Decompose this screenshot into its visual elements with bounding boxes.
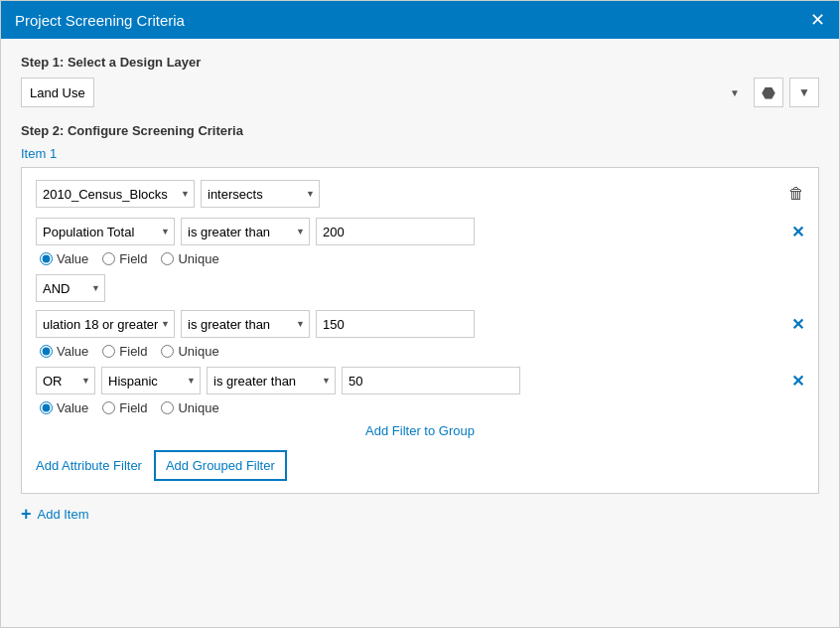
bottom-btns: Add Attribute Filter Add Grouped Filter xyxy=(36,446,804,481)
layer-row: Land Use ⬣ ▼ xyxy=(21,78,819,107)
add-grouped-filter-btn[interactable]: Add Grouped Filter xyxy=(154,450,287,481)
attr-field-wrapper-1: Population Total xyxy=(36,218,175,245)
add-item-plus-icon: + xyxy=(21,504,32,525)
dialog-header: Project Screening Criteria ✕ xyxy=(1,1,839,39)
step2-label: Step 2: Configure Screening Criteria xyxy=(21,123,819,138)
radio-value-2[interactable] xyxy=(40,345,53,358)
or-condition-select[interactable]: is greater than xyxy=(207,367,336,394)
layer-select-wrapper: Land Use xyxy=(21,78,748,107)
close-button[interactable]: ✕ xyxy=(810,11,825,29)
attr-row-2: ulation 18 or greater is greater than ✕ xyxy=(36,310,804,338)
add-filter-to-group-btn[interactable]: Add Filter to Group xyxy=(36,423,804,438)
filter-field-select[interactable]: 2010_Census_Blocks xyxy=(36,180,195,208)
or-operator-wrapper: OR xyxy=(36,367,95,394)
or-operator-select[interactable]: OR xyxy=(36,367,95,394)
project-screening-dialog: Project Screening Criteria ✕ Step 1: Sel… xyxy=(0,0,840,628)
radio-unique-label-3[interactable]: Unique xyxy=(161,400,218,415)
attr-field-wrapper-2: ulation 18 or greater xyxy=(36,310,175,338)
radio-unique-2[interactable] xyxy=(161,345,174,358)
item-box: 2010_Census_Blocks intersects 🗑 Populati… xyxy=(21,167,819,494)
attr-condition-wrapper-1: is greater than xyxy=(181,218,310,245)
logic-row: AND xyxy=(36,274,804,302)
or-field-wrapper: Hispanic xyxy=(101,367,201,394)
or-condition-wrapper: is greater than xyxy=(207,367,336,394)
attr-field-select-1[interactable]: Population Total xyxy=(36,218,175,245)
filter-condition-select[interactable]: intersects xyxy=(201,180,320,208)
radio-value-1[interactable] xyxy=(40,252,53,265)
radio-field-2[interactable] xyxy=(102,345,115,358)
radio-value-label-2[interactable]: Value xyxy=(40,344,88,359)
attr-field-select-2[interactable]: ulation 18 or greater xyxy=(36,310,175,338)
logic-operator-wrapper: AND xyxy=(36,274,105,302)
radio-value-text-3: Value xyxy=(57,400,88,415)
radio-value-text-2: Value xyxy=(57,344,88,359)
remove-attr-2-btn[interactable]: ✕ xyxy=(791,315,804,334)
radio-unique-text-2: Unique xyxy=(178,344,218,359)
radio-unique-1[interactable] xyxy=(161,252,174,265)
radio-row-2: Value Field Unique xyxy=(36,344,804,359)
radio-row-3: Value Field Unique xyxy=(36,400,804,415)
radio-field-1[interactable] xyxy=(102,252,115,265)
remove-or-btn[interactable]: ✕ xyxy=(791,372,804,391)
dialog-title: Project Screening Criteria xyxy=(15,12,185,29)
or-row: OR Hispanic is greater than ✕ xyxy=(36,367,804,394)
filter-field-wrapper: 2010_Census_Blocks xyxy=(36,180,195,208)
radio-unique-label-2[interactable]: Unique xyxy=(161,344,218,359)
or-value-input[interactable] xyxy=(342,367,520,394)
radio-unique-3[interactable] xyxy=(161,401,174,414)
radio-unique-text-1: Unique xyxy=(178,251,218,266)
radio-value-3[interactable] xyxy=(40,401,53,414)
radio-value-label-1[interactable]: Value xyxy=(40,251,88,266)
dialog-body: Step 1: Select a Design Layer Land Use ⬣… xyxy=(1,39,839,627)
radio-unique-text-3: Unique xyxy=(178,400,218,415)
radio-field-label-2[interactable]: Field xyxy=(102,344,147,359)
add-item-row[interactable]: + Add Item xyxy=(21,504,819,525)
radio-value-label-3[interactable]: Value xyxy=(40,400,88,415)
attr-condition-select-1[interactable]: is greater than xyxy=(181,218,310,245)
radio-field-text-2: Field xyxy=(119,344,147,359)
layer-icon-btn[interactable]: ⬣ xyxy=(754,78,783,107)
add-attribute-filter-btn[interactable]: Add Attribute Filter xyxy=(36,458,142,473)
radio-field-text-3: Field xyxy=(119,400,147,415)
attr-row-1: Population Total is greater than ✕ xyxy=(36,218,804,245)
attr-condition-select-2[interactable]: is greater than xyxy=(181,310,310,338)
add-item-label: Add Item xyxy=(38,507,89,522)
radio-row-1: Value Field Unique xyxy=(36,251,804,266)
filter-top-row: 2010_Census_Blocks intersects 🗑 xyxy=(36,180,804,208)
radio-field-text-1: Field xyxy=(119,251,147,266)
radio-field-label-1[interactable]: Field xyxy=(102,251,147,266)
attr-condition-wrapper-2: is greater than xyxy=(181,310,310,338)
attr-value-input-2[interactable] xyxy=(316,310,475,338)
trash-icon[interactable]: 🗑 xyxy=(788,185,804,203)
radio-field-label-3[interactable]: Field xyxy=(102,400,147,415)
radio-unique-label-1[interactable]: Unique xyxy=(161,251,218,266)
step1-label: Step 1: Select a Design Layer xyxy=(21,55,819,70)
radio-value-text-1: Value xyxy=(57,251,88,266)
item-label: Item 1 xyxy=(21,146,819,161)
logic-operator-select[interactable]: AND xyxy=(36,274,105,302)
remove-attr-1-btn[interactable]: ✕ xyxy=(791,223,804,241)
attr-value-input-1[interactable] xyxy=(316,218,475,245)
layer-select[interactable]: Land Use xyxy=(21,78,94,107)
or-field-select[interactable]: Hispanic xyxy=(101,367,201,394)
layer-dropdown-btn[interactable]: ▼ xyxy=(789,78,819,107)
filter-condition-wrapper: intersects xyxy=(201,180,320,208)
radio-field-3[interactable] xyxy=(102,401,115,414)
